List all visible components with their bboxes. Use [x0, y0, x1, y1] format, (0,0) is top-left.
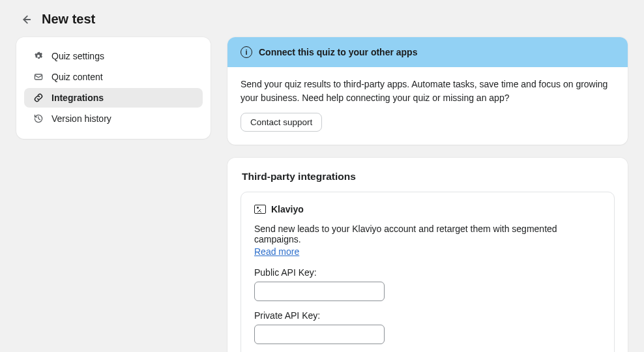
private-key-label: Private API Key: — [254, 310, 601, 321]
sidebar-item-label: Version history — [51, 113, 111, 124]
public-key-label: Public API Key: — [254, 267, 601, 278]
page-title: New test — [42, 12, 95, 27]
integrations-card: Third-party integrations Klaviyo Send ne… — [227, 158, 628, 352]
sidebar-item-quiz-settings[interactable]: Quiz settings — [24, 46, 203, 66]
banner-description: Send your quiz results to third-party ap… — [241, 78, 615, 105]
klaviyo-description: Send new leads to your Klaviyo account a… — [254, 224, 601, 244]
label-icon — [33, 72, 44, 82]
read-more-link[interactable]: Read more — [254, 246, 299, 257]
connect-card: i Connect this quiz to your other apps S… — [227, 37, 628, 145]
svg-rect-0 — [35, 74, 42, 80]
info-banner: i Connect this quiz to your other apps — [227, 37, 628, 67]
sidebar-item-quiz-content[interactable]: Quiz content — [24, 67, 203, 87]
sidebar-item-version-history[interactable]: Version history — [24, 109, 203, 128]
klaviyo-integration: Klaviyo Send new leads to your Klaviyo a… — [241, 192, 615, 352]
back-arrow-icon[interactable] — [20, 13, 33, 26]
gear-icon — [33, 51, 44, 61]
sidebar: Quiz settings Quiz content Integrations … — [16, 37, 211, 139]
public-api-key-input[interactable] — [254, 282, 385, 301]
info-icon: i — [241, 46, 252, 58]
sidebar-item-label: Integrations — [51, 93, 104, 103]
contact-support-button[interactable]: Contact support — [241, 113, 322, 132]
page-header: New test — [16, 12, 628, 27]
klaviyo-name: Klaviyo — [271, 204, 304, 214]
history-icon — [33, 113, 44, 124]
sidebar-item-integrations[interactable]: Integrations — [24, 88, 203, 108]
link-icon — [33, 93, 44, 103]
integrations-section-title: Third-party integrations — [227, 158, 628, 192]
sidebar-item-label: Quiz content — [51, 72, 103, 82]
image-icon — [254, 205, 266, 214]
private-api-key-input[interactable] — [254, 325, 385, 344]
banner-title: Connect this quiz to your other apps — [259, 47, 417, 57]
sidebar-item-label: Quiz settings — [51, 51, 104, 61]
